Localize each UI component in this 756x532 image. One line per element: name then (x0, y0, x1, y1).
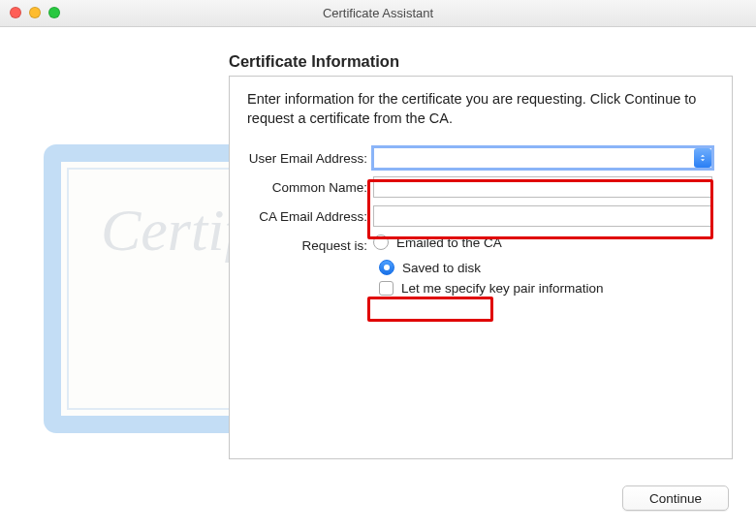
svg-marker-18 (701, 159, 705, 161)
window-close-button[interactable] (10, 7, 21, 18)
request-is-label: Request is: (230, 238, 373, 253)
user-email-label: User Email Address: (230, 151, 373, 166)
common-name-field[interactable] (373, 176, 712, 198)
instructions-text: Enter information for the certificate yo… (230, 77, 732, 138)
continue-button-label: Continue (649, 491, 702, 506)
radio-saved-label: Saved to disk (402, 261, 481, 275)
radio-emailed-label: Emailed to the CA (396, 235, 502, 250)
checkbox-spec-keypair-label: Let me specify key pair information (401, 281, 604, 296)
radio-saved[interactable] (379, 260, 394, 275)
window-zoom-button[interactable] (48, 7, 60, 18)
checkbox-spec-keypair[interactable] (379, 281, 394, 296)
user-email-combobox[interactable] (373, 147, 712, 169)
svg-marker-17 (701, 155, 705, 157)
page-title: Certificate Information (229, 52, 399, 71)
content-panel: Enter information for the certificate yo… (229, 76, 733, 459)
continue-button[interactable]: Continue (622, 485, 729, 511)
window-titlebar: Certificate Assistant (0, 0, 756, 27)
window-minimize-button[interactable] (29, 7, 41, 18)
common-name-label: Common Name: (230, 180, 373, 195)
window-title: Certificate Assistant (0, 6, 756, 20)
ca-email-field[interactable] (373, 205, 712, 227)
chevron-down-icon[interactable] (694, 148, 711, 168)
radio-emailed[interactable] (373, 235, 389, 250)
ca-email-label: CA Email Address: (230, 209, 373, 224)
